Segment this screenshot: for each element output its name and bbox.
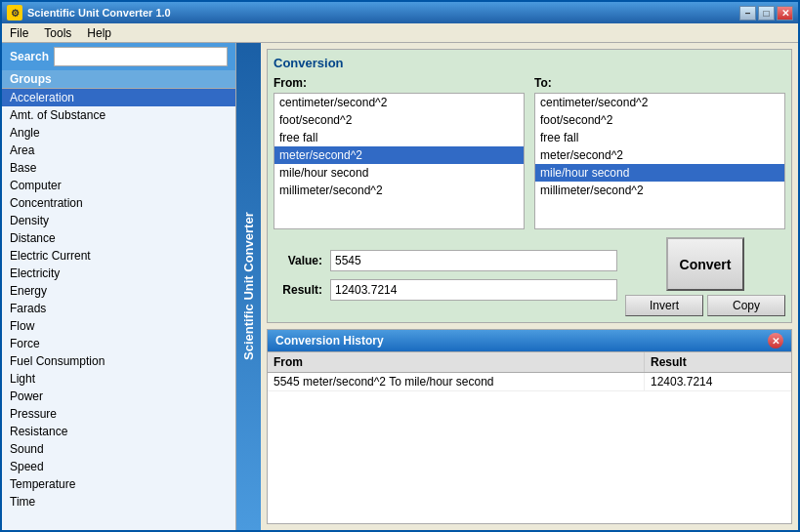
search-label: Search	[10, 50, 49, 63]
conversion-title: Conversion	[274, 56, 785, 70]
window-title: Scientific Unit Converter 1.0	[27, 7, 739, 19]
group-item[interactable]: Angle	[2, 124, 235, 142]
main-content: Search Groups AccelerationAmt. of Substa…	[2, 43, 798, 530]
groups-list-container: Groups AccelerationAmt. of SubstanceAngl…	[2, 70, 235, 530]
value-result-area: Value: Result: Convert Invert Copy	[274, 237, 785, 316]
to-label: To:	[534, 76, 785, 90]
group-item[interactable]: Temperature	[2, 475, 235, 493]
result-input[interactable]	[330, 279, 617, 301]
value-result-inputs: Value: Result:	[274, 250, 617, 305]
group-item[interactable]: Acceleration	[2, 89, 235, 106]
history-table: From Result 5545 meter/second^2 To mile/…	[268, 351, 791, 523]
sidebar: Search Groups AccelerationAmt. of Substa…	[2, 43, 236, 530]
group-item[interactable]: Speed	[2, 458, 235, 475]
history-table-header: From Result	[268, 352, 791, 373]
group-item[interactable]: Force	[2, 335, 235, 352]
history-rows: 5545 meter/second^2 To mile/hour second …	[268, 373, 791, 391]
value-label: Value:	[274, 254, 322, 267]
group-item[interactable]: Amt. of Substance	[2, 106, 235, 124]
maximize-button[interactable]: □	[758, 6, 775, 20]
value-input[interactable]	[330, 250, 617, 271]
menu-tools[interactable]: Tools	[36, 24, 79, 42]
titlebar: ⚙ Scientific Unit Converter 1.0 – □ ✕	[2, 2, 798, 23]
history-cell-from: 5545 meter/second^2 To mile/hour second	[268, 373, 645, 390]
from-column: From: centimeter/second^2foot/second^2fr…	[274, 76, 525, 229]
right-panel: Conversion From: centimeter/second^2foot…	[261, 43, 798, 530]
group-item[interactable]: Flow	[2, 317, 235, 335]
history-header: Conversion History ✕	[268, 330, 791, 351]
main-window: ⚙ Scientific Unit Converter 1.0 – □ ✕ Fi…	[0, 0, 800, 532]
groups-header: Groups	[2, 70, 235, 89]
group-item[interactable]: Electricity	[2, 265, 235, 282]
group-item[interactable]: Pressure	[2, 405, 235, 423]
invert-button[interactable]: Invert	[625, 295, 703, 316]
group-item[interactable]: Concentration	[2, 194, 235, 212]
result-label: Result:	[274, 283, 322, 297]
to-unit-item[interactable]: centimeter/second^2	[535, 94, 784, 111]
from-unit-item[interactable]: millimeter/second^2	[274, 182, 524, 199]
history-close-button[interactable]: ✕	[768, 333, 783, 348]
group-item[interactable]: Farads	[2, 300, 235, 317]
history-row: 5545 meter/second^2 To mile/hour second …	[268, 373, 791, 391]
history-cell-result: 12403.7214	[645, 373, 791, 390]
app-icon: ⚙	[7, 5, 22, 20]
search-row: Search	[2, 43, 235, 70]
from-unit-item[interactable]: meter/second^2	[274, 146, 524, 164]
group-item[interactable]: Distance	[2, 229, 235, 247]
group-item[interactable]: Density	[2, 212, 235, 229]
close-button[interactable]: ✕	[777, 6, 793, 20]
group-item[interactable]: Area	[2, 142, 235, 159]
group-item[interactable]: Time	[2, 493, 235, 511]
value-row: Value:	[274, 250, 617, 271]
history-from-header: From	[268, 352, 645, 372]
history-panel: Conversion History ✕ From Result 5545 me…	[267, 329, 792, 524]
from-unit-item[interactable]: mile/hour second	[274, 164, 524, 182]
conversion-panel: Conversion From: centimeter/second^2foot…	[267, 49, 792, 323]
search-input[interactable]	[54, 47, 228, 66]
from-to-row: From: centimeter/second^2foot/second^2fr…	[274, 76, 785, 229]
group-item[interactable]: Computer	[2, 177, 235, 194]
group-item[interactable]: Fuel Consumption	[2, 352, 235, 370]
to-unit-item[interactable]: foot/second^2	[535, 111, 784, 129]
group-item[interactable]: Resistance	[2, 423, 235, 440]
group-item[interactable]: Energy	[2, 282, 235, 300]
from-unit-item[interactable]: centimeter/second^2	[274, 94, 524, 111]
group-item[interactable]: Power	[2, 388, 235, 405]
groups-list: AccelerationAmt. of SubstanceAngleAreaBa…	[2, 89, 235, 530]
from-unit-item[interactable]: foot/second^2	[274, 111, 524, 129]
copy-button[interactable]: Copy	[707, 295, 785, 316]
menu-help[interactable]: Help	[79, 24, 119, 42]
action-buttons: Convert Invert Copy	[625, 237, 785, 316]
titlebar-buttons: – □ ✕	[739, 6, 793, 20]
menu-file[interactable]: File	[2, 24, 36, 42]
minimize-button[interactable]: –	[739, 6, 756, 20]
from-unit-item[interactable]: free fall	[274, 129, 524, 146]
result-row: Result:	[274, 279, 617, 301]
group-item[interactable]: Light	[2, 370, 235, 388]
invert-copy-row: Invert Copy	[625, 295, 785, 316]
group-item[interactable]: Electric Current	[2, 247, 235, 265]
rotated-label: Scientific Unit Converter	[236, 43, 261, 530]
menubar: File Tools Help	[2, 23, 798, 43]
group-item[interactable]: Sound	[2, 440, 235, 458]
from-label: From:	[274, 76, 525, 90]
to-unit-list[interactable]: centimeter/second^2foot/second^2free fal…	[534, 93, 785, 229]
from-unit-list[interactable]: centimeter/second^2foot/second^2free fal…	[274, 93, 525, 229]
to-unit-item[interactable]: mile/hour second	[535, 164, 784, 182]
to-unit-item[interactable]: meter/second^2	[535, 146, 784, 164]
convert-button[interactable]: Convert	[666, 237, 744, 291]
to-unit-item[interactable]: millimeter/second^2	[535, 182, 784, 199]
history-result-header: Result	[645, 352, 791, 372]
to-column: To: centimeter/second^2foot/second^2free…	[534, 76, 785, 229]
to-unit-item[interactable]: free fall	[535, 129, 784, 146]
group-item[interactable]: Base	[2, 159, 235, 177]
groups-scroll-area: AccelerationAmt. of SubstanceAngleAreaBa…	[2, 89, 235, 530]
history-title: Conversion History	[275, 334, 384, 348]
